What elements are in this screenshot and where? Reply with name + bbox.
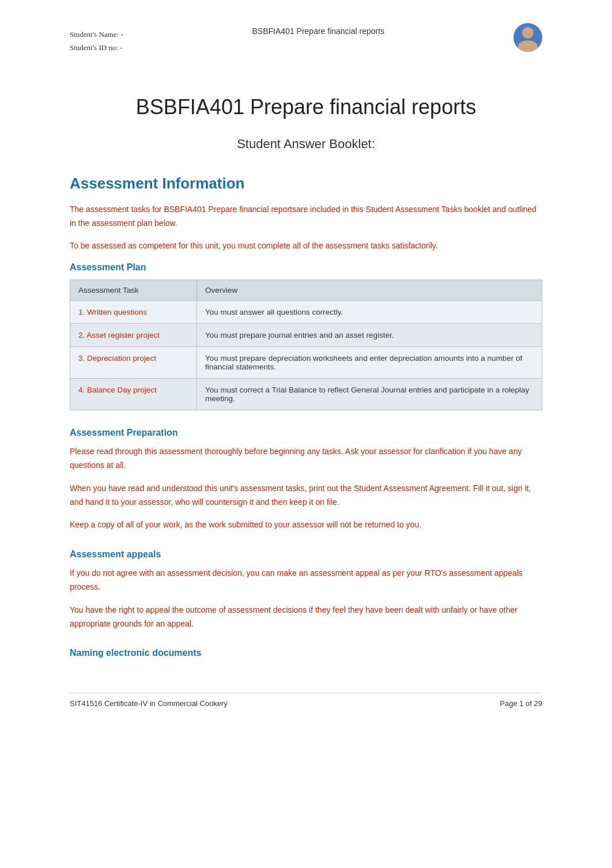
page-info: Page 1 of 29	[500, 699, 542, 708]
assessment-prep-para2: When you have read and understood this u…	[70, 482, 542, 510]
assessment-appeals-para1: If you do not agree with an assessment d…	[70, 567, 542, 594]
main-title: BSBFIA401 Prepare financial reports	[70, 95, 542, 119]
task-overview-4: You must correct a Trial Balance to refl…	[197, 379, 542, 410]
task-name-1: 1. Written questions	[70, 301, 197, 324]
table-row: 4. Balance Day project You must correct …	[70, 379, 542, 410]
footer-course: SIT41516 Certificate-IV in Commercial Co…	[70, 699, 228, 708]
assessment-prep-para1: Please read through this assessment thor…	[70, 445, 542, 473]
student-id: Student's ID no: -	[70, 41, 123, 54]
task-overview-2: You must prepare journal entries and an …	[197, 324, 542, 347]
col-header-overview: Overview	[197, 280, 542, 301]
top-header: Student's Name: - Student's ID no: - BSB…	[70, 12, 542, 72]
subtitle: Student Answer Booklet:	[70, 137, 542, 152]
task-overview-1: You must answer all questions correctly.	[197, 301, 542, 324]
header-title: BSBFIA401 Prepare financial reports	[123, 23, 513, 36]
avatar	[513, 23, 542, 52]
assessment-table: Assessment Task Overview 1. Written ques…	[70, 280, 542, 410]
table-row: 2. Asset register project You must prepa…	[70, 324, 542, 347]
assessment-preparation-heading: Assessment Preparation	[70, 428, 542, 438]
assessment-prep-para3: Keep a copy of all of your work, as the …	[70, 518, 542, 532]
assessment-plan-label: Assessment Plan	[70, 262, 542, 273]
assessment-appeals-heading: Assessment appeals	[70, 549, 542, 560]
naming-electronic-heading: Naming electronic documents	[70, 648, 542, 658]
task-name-3: 3. Depreciation project	[70, 347, 197, 379]
task-name-2: 2. Asset register project	[70, 324, 197, 347]
table-row: 1. Written questions You must answer all…	[70, 301, 542, 324]
col-header-task: Assessment Task	[70, 280, 197, 301]
student-name: Student's Name: -	[70, 28, 123, 41]
table-row: 3. Depreciation project You must prepare…	[70, 347, 542, 379]
assessment-info-heading: Assessment Information	[70, 175, 542, 193]
assessment-info-para1: The assessment tasks for BSBFIA401 Prepa…	[70, 203, 542, 231]
task-name-4: 4. Balance Day project	[70, 379, 197, 410]
footer: SIT41516 Certificate-IV in Commercial Co…	[70, 693, 542, 708]
task-overview-3: You must prepare depreciation worksheets…	[197, 347, 542, 379]
student-info-block: Student's Name: - Student's ID no: -	[70, 23, 123, 72]
assessment-appeals-para2: You have the right to appeal the outcome…	[70, 603, 542, 631]
assessment-info-para2: To be assessed as competent for this uni…	[70, 239, 542, 253]
